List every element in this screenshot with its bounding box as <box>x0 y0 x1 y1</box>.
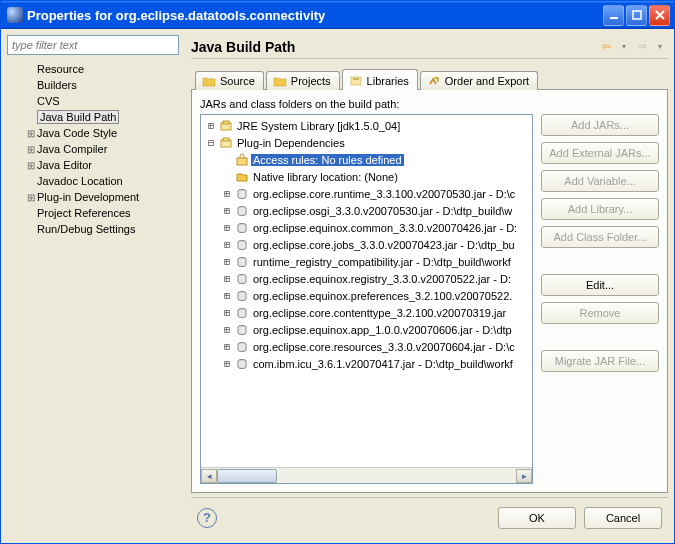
tree-row[interactable]: ⊞org.eclipse.equinox.preferences_3.2.100… <box>203 287 530 304</box>
tab-projects[interactable]: Projects <box>266 71 340 90</box>
nav-item-label: Builders <box>37 79 77 91</box>
expand-icon[interactable]: ⊞ <box>25 128 37 139</box>
scroll-left-arrow[interactable]: ◂ <box>201 469 217 483</box>
tree-row[interactable]: ⊞org.eclipse.osgi_3.3.0.v20070530.jar - … <box>203 202 530 219</box>
nav-item-java-code-style[interactable]: ⊞Java Code Style <box>7 125 185 141</box>
edit-button[interactable]: Edit... <box>541 274 659 296</box>
tree-row[interactable]: Access rules: No rules defined <box>203 151 530 168</box>
nav-item-run-debug-settings[interactable]: Run/Debug Settings <box>7 221 185 237</box>
tree-row-label: org.eclipse.osgi_3.3.0.v20070530.jar - D… <box>251 205 514 217</box>
collapse-icon[interactable]: ⊟ <box>205 137 217 148</box>
tab-label: Source <box>220 75 255 87</box>
nav-item-plug-in-development[interactable]: ⊞Plug-in Development <box>7 189 185 205</box>
add-variable-button[interactable]: Add Variable... <box>541 170 659 192</box>
expand-icon[interactable]: ⊞ <box>221 290 233 301</box>
tree-row[interactable]: ⊞com.ibm.icu_3.6.1.v20070417.jar - D:\dt… <box>203 355 530 372</box>
close-button[interactable] <box>649 5 670 26</box>
titlebar[interactable]: Properties for org.eclipse.datatools.con… <box>1 1 674 29</box>
projects-icon <box>273 75 287 87</box>
expand-icon[interactable]: ⊞ <box>221 273 233 284</box>
scroll-right-arrow[interactable]: ▸ <box>516 469 532 483</box>
tree-row-label: Plug-in Dependencies <box>235 137 347 149</box>
expand-icon[interactable]: ⊞ <box>205 120 217 131</box>
nav-item-label: Run/Debug Settings <box>37 223 135 235</box>
tree-row[interactable]: Native library location: (None) <box>203 168 530 185</box>
jar-icon <box>235 306 249 320</box>
tree-row[interactable]: ⊞org.eclipse.core.runtime_3.3.100.v20070… <box>203 185 530 202</box>
tree-row-label: org.eclipse.core.runtime_3.3.100.v200705… <box>251 188 517 200</box>
tree-row-label: org.eclipse.equinox.app_1.0.0.v20070606.… <box>251 324 514 336</box>
order-and-export-icon <box>427 75 441 87</box>
ok-button[interactable]: OK <box>498 507 576 529</box>
minimize-button[interactable] <box>603 5 624 26</box>
category-tree[interactable]: ResourceBuildersCVSJava Build Path⊞Java … <box>7 59 185 537</box>
nav-item-cvs[interactable]: CVS <box>7 93 185 109</box>
lib-icon <box>219 119 233 133</box>
expand-icon[interactable]: ⊞ <box>221 239 233 250</box>
tree-row[interactable]: ⊞runtime_registry_compatibility.jar - D:… <box>203 253 530 270</box>
page-title: Java Build Path <box>191 39 596 55</box>
tree-row[interactable]: ⊟Plug-in Dependencies <box>203 134 530 151</box>
filter-input[interactable] <box>7 35 179 55</box>
nav-item-java-compiler[interactable]: ⊞Java Compiler <box>7 141 185 157</box>
nav-item-label: Javadoc Location <box>37 175 123 187</box>
tab-libraries[interactable]: Libraries <box>342 69 418 90</box>
add-external-jars-button[interactable]: Add External JARs... <box>541 142 659 164</box>
access-icon <box>235 153 249 167</box>
expand-icon[interactable]: ⊞ <box>221 341 233 352</box>
maximize-button[interactable] <box>626 5 647 26</box>
tree-row[interactable]: ⊞org.eclipse.equinox.registry_3.3.0.v200… <box>203 270 530 287</box>
back-button[interactable]: ⇦ <box>598 39 614 55</box>
tree-row[interactable]: ⊞org.eclipse.core.jobs_3.3.0.v20070423.j… <box>203 236 530 253</box>
tree-row[interactable]: ⊞org.eclipse.core.resources_3.3.0.v20070… <box>203 338 530 355</box>
expand-icon[interactable]: ⊞ <box>25 192 37 203</box>
jar-icon <box>235 357 249 371</box>
expand-icon[interactable]: ⊞ <box>25 144 37 155</box>
horizontal-scrollbar[interactable]: ◂ ▸ <box>201 467 532 483</box>
back-menu[interactable]: ▾ <box>616 39 632 55</box>
add-library-button[interactable]: Add Library... <box>541 198 659 220</box>
nav-item-javadoc-location[interactable]: Javadoc Location <box>7 173 185 189</box>
tab-label: Projects <box>291 75 331 87</box>
svg-rect-8 <box>237 158 247 165</box>
nav-item-builders[interactable]: Builders <box>7 77 185 93</box>
tree-row[interactable]: ⊞JRE System Library [jdk1.5.0_04] <box>203 117 530 134</box>
expand-icon[interactable]: ⊞ <box>221 324 233 335</box>
help-icon[interactable]: ? <box>197 508 217 528</box>
jar-icon <box>235 221 249 235</box>
remove-button[interactable]: Remove <box>541 302 659 324</box>
jar-icon <box>235 323 249 337</box>
migrate-jar-button[interactable]: Migrate JAR File... <box>541 350 659 372</box>
jar-icon <box>235 255 249 269</box>
expand-icon[interactable]: ⊞ <box>221 358 233 369</box>
native-icon <box>235 170 249 184</box>
add-jars-button[interactable]: Add JARs... <box>541 114 659 136</box>
expand-icon[interactable]: ⊞ <box>221 222 233 233</box>
tab-order-and-export[interactable]: Order and Export <box>420 71 538 90</box>
expand-icon[interactable]: ⊞ <box>25 160 37 171</box>
tab-bar: SourceProjectsLibrariesOrder and Export <box>191 65 668 89</box>
scroll-thumb[interactable] <box>217 469 277 483</box>
jar-icon <box>235 340 249 354</box>
tree-row[interactable]: ⊞org.eclipse.equinox.common_3.3.0.v20070… <box>203 219 530 236</box>
svg-rect-7 <box>223 138 229 141</box>
cancel-button[interactable]: Cancel <box>584 507 662 529</box>
tree-row[interactable]: ⊞org.eclipse.core.contenttype_3.2.100.v2… <box>203 304 530 321</box>
tab-source[interactable]: Source <box>195 71 264 90</box>
libraries-tree[interactable]: ⊞JRE System Library [jdk1.5.0_04]⊟Plug-i… <box>200 114 533 484</box>
add-class-folder-button[interactable]: Add Class Folder... <box>541 226 659 248</box>
expand-icon[interactable]: ⊞ <box>221 188 233 199</box>
expand-icon[interactable]: ⊞ <box>221 256 233 267</box>
expand-icon[interactable]: ⊞ <box>221 307 233 318</box>
tree-row-label: org.eclipse.equinox.common_3.3.0.v200704… <box>251 222 519 234</box>
expand-icon[interactable]: ⊞ <box>221 205 233 216</box>
nav-item-resource[interactable]: Resource <box>7 61 185 77</box>
tree-row-label: org.eclipse.core.contenttype_3.2.100.v20… <box>251 307 508 319</box>
nav-item-project-references[interactable]: Project References <box>7 205 185 221</box>
nav-item-java-editor[interactable]: ⊞Java Editor <box>7 157 185 173</box>
tree-row[interactable]: ⊞org.eclipse.equinox.app_1.0.0.v20070606… <box>203 321 530 338</box>
tree-row-label: org.eclipse.equinox.preferences_3.2.100.… <box>251 290 514 302</box>
nav-item-java-build-path[interactable]: Java Build Path <box>7 109 185 125</box>
tree-row-label: com.ibm.icu_3.6.1.v20070417.jar - D:\dtp… <box>251 358 515 370</box>
nav-item-label: Plug-in Development <box>37 191 139 203</box>
